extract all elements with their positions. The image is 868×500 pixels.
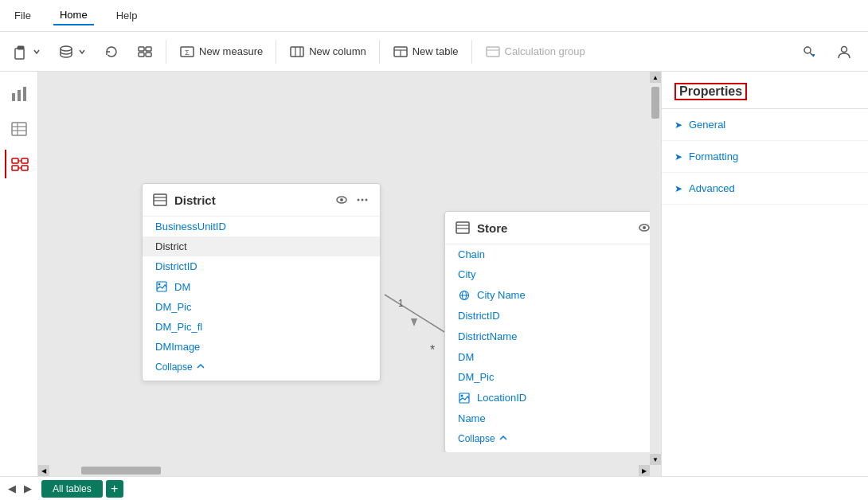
district-table-title: District — [174, 193, 327, 207]
nav-right-button[interactable]: ▶ — [21, 482, 35, 496]
district-row-dmimage[interactable]: DMImage — [143, 337, 380, 357]
all-tables-tab[interactable]: All tables — [41, 480, 103, 498]
district-dm-icon — [155, 280, 168, 293]
svg-rect-22 — [18, 90, 21, 101]
district-row-dm-pic[interactable]: DM_Pic — [143, 297, 380, 317]
svg-point-18 — [804, 47, 811, 53]
prop-section-advanced[interactable]: ➤ Advanced — [662, 173, 868, 205]
add-tab-button[interactable]: + — [106, 480, 123, 498]
canvas[interactable]: 1 * District — [38, 72, 661, 476]
nav-left-button[interactable]: ◀ — [5, 482, 19, 496]
formatting-chevron-icon: ➤ — [674, 151, 682, 162]
store-row-districtid[interactable]: DistrictID — [445, 306, 661, 326]
district-eye-icon[interactable] — [334, 192, 350, 208]
svg-text:*: * — [430, 343, 435, 357]
toolbar-separator-1 — [166, 40, 166, 64]
store-row-dm[interactable]: DM — [445, 347, 661, 367]
new-column-label: New column — [309, 45, 366, 57]
district-table-card: District BusinessUnitID Distric — [142, 183, 381, 381]
store-row-chain[interactable]: Chain — [445, 244, 661, 264]
store-table-header: Store — [445, 212, 661, 244]
prop-section-formatting[interactable]: ➤ Formatting — [662, 141, 868, 173]
store-row-city[interactable]: City — [445, 264, 661, 284]
hscroll-right-button[interactable]: ▶ — [639, 465, 650, 476]
search-people-button[interactable] — [793, 40, 825, 64]
district-collapse[interactable]: Collapse — [143, 357, 380, 381]
svg-rect-0 — [15, 49, 24, 59]
svg-point-3 — [61, 46, 72, 51]
district-row-businessunitid[interactable]: BusinessUnitID — [143, 217, 380, 236]
new-column-button[interactable]: New column — [281, 40, 374, 64]
svg-rect-5 — [146, 47, 151, 51]
paste-group — [5, 40, 49, 64]
district-row-dm[interactable]: DM — [143, 276, 380, 297]
svg-point-52 — [643, 226, 646, 229]
store-table-icon — [455, 220, 471, 236]
nav-arrows: ◀ ▶ — [5, 482, 35, 496]
svg-rect-1 — [18, 46, 24, 49]
store-collapse[interactable]: Collapse — [445, 428, 661, 452]
scroll-thumb[interactable] — [651, 87, 659, 119]
general-chevron-icon: ➤ — [674, 119, 682, 131]
store-row-locationid[interactable]: LocationID — [445, 387, 661, 408]
svg-rect-24 — [12, 123, 26, 135]
calc-group-icon — [485, 44, 501, 60]
paste-button[interactable] — [5, 40, 49, 64]
refresh-icon — [104, 44, 119, 60]
store-row-districtname[interactable]: DistrictName — [445, 326, 661, 347]
district-more-icon[interactable] — [354, 192, 370, 208]
manage-button[interactable] — [129, 40, 161, 64]
scroll-track — [650, 83, 661, 454]
main-area: 1 * District — [0, 72, 868, 476]
account-button[interactable] — [828, 40, 860, 64]
hscroll-track — [49, 465, 639, 476]
district-row-dm-pic-fl[interactable]: DM_Pic_fl — [143, 317, 380, 337]
user-icons — [793, 40, 860, 64]
svg-rect-48 — [456, 222, 469, 233]
svg-rect-28 — [12, 158, 18, 163]
calc-group-label: Calculation group — [505, 45, 585, 57]
advanced-label: Advanced — [689, 182, 735, 194]
refresh-button[interactable] — [96, 40, 127, 64]
canvas-inner: 1 * District — [38, 72, 661, 452]
store-table-title: Store — [477, 221, 630, 235]
scroll-down-button[interactable]: ▼ — [650, 454, 661, 465]
calc-group-button[interactable]: Calculation group — [477, 40, 593, 64]
toolbar-separator-3 — [379, 40, 380, 64]
district-row-district[interactable]: District — [143, 236, 380, 256]
svg-point-42 — [340, 198, 343, 201]
menu-file[interactable]: File — [8, 6, 37, 25]
store-row-dm-pic[interactable]: DM_Pic — [445, 367, 661, 387]
hscroll-left-button[interactable]: ◀ — [38, 465, 49, 476]
new-table-button[interactable]: New table — [385, 40, 467, 64]
prop-section-general[interactable]: ➤ General — [662, 109, 868, 141]
svg-text:Σ: Σ — [185, 49, 190, 57]
new-table-label: New table — [412, 45, 459, 57]
store-row-name[interactable]: Name — [445, 408, 661, 428]
svg-point-64 — [461, 394, 463, 396]
left-sidebar — [0, 72, 38, 476]
properties-title: Properties — [674, 83, 747, 100]
data-source-button[interactable] — [50, 40, 94, 64]
new-measure-button[interactable]: Σ New measure — [171, 40, 271, 64]
sidebar-model-icon[interactable] — [5, 150, 33, 178]
advanced-chevron-icon: ➤ — [674, 183, 682, 194]
district-table-header: District — [143, 184, 380, 217]
menu-help[interactable]: Help — [110, 6, 144, 25]
svg-rect-6 — [139, 53, 144, 57]
sidebar-table-icon[interactable] — [5, 115, 33, 143]
store-image-icon — [458, 392, 471, 404]
district-row-districtid[interactable]: DistrictID — [143, 256, 380, 276]
toolbar-separator-2 — [276, 40, 276, 64]
sidebar-chart-icon[interactable] — [5, 80, 33, 108]
new-measure-label: New measure — [199, 45, 263, 57]
new-table-icon — [393, 44, 409, 60]
svg-rect-7 — [146, 53, 151, 57]
scroll-up-button[interactable]: ▲ — [650, 72, 661, 83]
svg-rect-21 — [12, 93, 15, 101]
store-row-city-name[interactable]: City Name — [445, 284, 661, 306]
menu-home[interactable]: Home — [53, 6, 94, 25]
svg-point-20 — [842, 46, 847, 52]
hscroll-thumb[interactable] — [81, 467, 161, 475]
formatting-label: Formatting — [689, 150, 738, 162]
